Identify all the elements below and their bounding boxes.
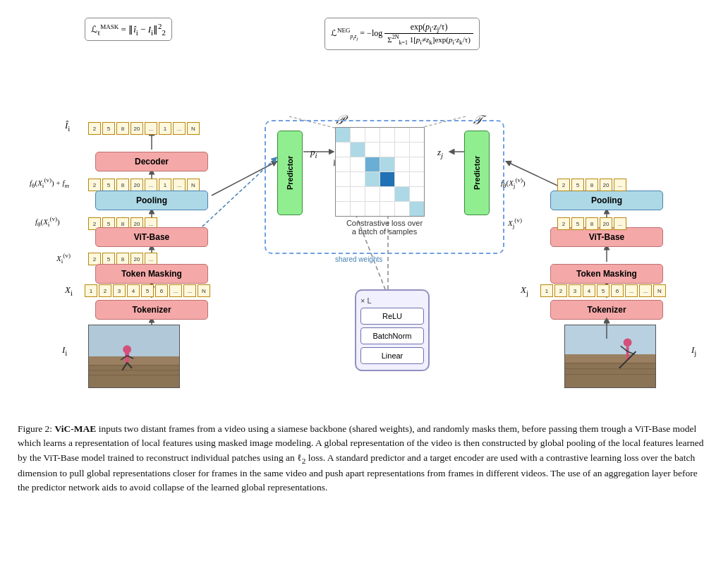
linear-box: Linear [360, 347, 424, 364]
decoder-block: Decoder [95, 152, 208, 171]
label-Ii: Ii [62, 344, 67, 357]
label-xi: Xi [65, 284, 73, 297]
svg-point-42 [624, 338, 632, 346]
vit-right-block: ViT-Base [550, 227, 663, 247]
caption-bold: ViC-MAE [55, 423, 97, 434]
label-ftheta-right-val: fθ(Xj(v)) [501, 176, 526, 189]
token-masking-left: Token Masking [95, 264, 208, 284]
formula-neg: ℒNEGpizj = −log exp(pi·zj/τ) Σ2Nk=1 1[pi… [324, 18, 480, 50]
label-Ij: Ij [691, 344, 696, 357]
token-seq-ftheta-right: 2 5 8 20 ... [557, 179, 626, 191]
figure-num: Figure 2: [18, 423, 52, 434]
diagram-area: ℒℓMASK = ‖îi − Ii‖22 ℒNEGpizj = −log exp… [14, 7, 714, 416]
token-masking-right: Token Masking [550, 264, 663, 284]
tokenizer-right: Tokenizer [550, 300, 663, 320]
shared-weights-box [265, 120, 504, 254]
shared-weights-label: shared weights [335, 255, 382, 263]
svg-point-29 [123, 345, 131, 354]
token-seq-fm: 2 5 8 20 ... 1 ... N [88, 179, 200, 191]
svg-rect-41 [565, 325, 655, 354]
pooling-right-block: Pooling [550, 191, 663, 210]
svg-rect-30 [125, 353, 129, 363]
label-xj: Xj [521, 284, 528, 297]
label-xv-left: Xi(v) [56, 252, 71, 265]
mlp-title: × L [360, 296, 372, 305]
label-i-hat: Îi [65, 120, 70, 133]
token-seq-xj: 1 2 3 4 5 6 ... ... N [540, 284, 666, 297]
token-seq-xi: 1 2 3 4 5 6 ... ... N [85, 284, 210, 297]
tokenizer-left: Tokenizer [95, 300, 208, 320]
image-left [88, 325, 180, 388]
svg-rect-24 [89, 356, 179, 365]
token-seq-xv-right: 2 5 8 20 ... [557, 217, 626, 230]
label-ftheta-fm: fθ(Xi(v)) + fm [30, 176, 69, 189]
svg-rect-28 [89, 325, 179, 356]
caption: Figure 2: ViC-MAE inputs two distant fra… [14, 422, 714, 495]
formula-mask: ℒℓMASK = ‖îi − Ii‖22 [85, 18, 172, 41]
vit-left-block: ViT-Base [95, 227, 208, 247]
token-seq-ihat: 2 5 8 20 ... 1 ... N [88, 122, 200, 135]
label-xv-right: Xj(v) [508, 217, 522, 229]
image-right [564, 325, 656, 388]
relu-box: ReLU [360, 308, 424, 325]
pooling-left-block: Pooling [95, 191, 208, 210]
batchnorm-box: BatchNorm [360, 327, 424, 344]
label-ftheta-left: fθ(Xi(v)) [35, 215, 60, 228]
mlp-box: × L ReLU BatchNorm Linear [355, 289, 430, 371]
page: ℒℓMASK = ‖îi − Ii‖22 ℒNEGpizj = −log exp… [0, 0, 728, 561]
svg-rect-37 [565, 354, 655, 363]
caption-text: inputs two distant frames from a video u… [18, 423, 703, 493]
